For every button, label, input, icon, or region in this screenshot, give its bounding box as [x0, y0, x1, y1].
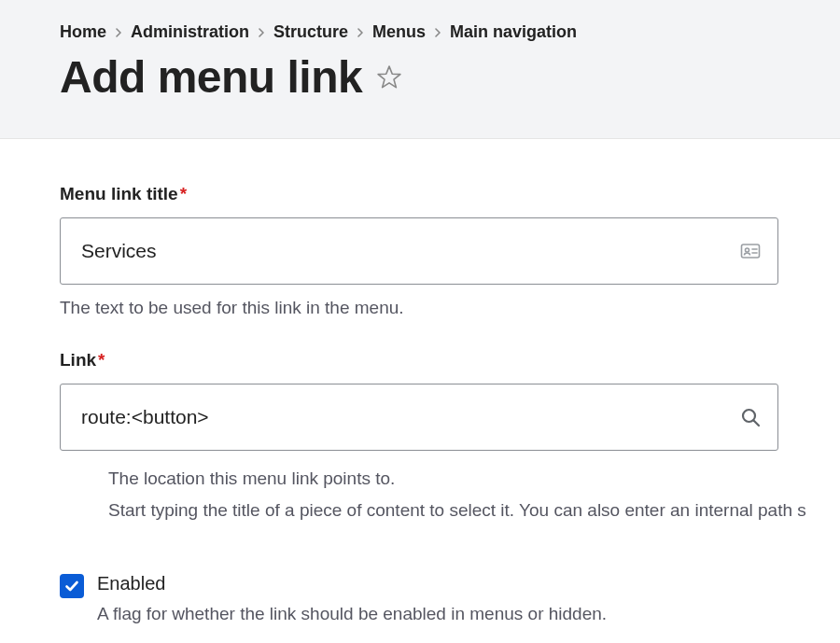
svg-point-1 — [746, 248, 749, 252]
page-title: Add menu link — [60, 51, 362, 103]
form-region: Menu link title* The text to be used for… — [0, 139, 840, 624]
required-marker: * — [180, 184, 187, 203]
menu-link-title-label: Menu link title* — [60, 184, 840, 204]
svg-rect-0 — [742, 245, 760, 258]
link-input-wrap — [60, 384, 778, 451]
link-description-item: The location this menu link points to. — [108, 466, 840, 492]
form-item-enabled: Enabled A flag for whether the link shou… — [60, 573, 840, 624]
breadcrumb-item-menus[interactable]: Menus — [372, 22, 426, 42]
breadcrumb-item-structure[interactable]: Structure — [273, 22, 348, 42]
menu-link-title-description: The text to be used for this link in the… — [60, 298, 840, 318]
page-title-row: Add menu link — [60, 51, 840, 103]
enabled-checkbox[interactable] — [60, 574, 84, 598]
chevron-right-icon — [433, 28, 442, 37]
chevron-right-icon — [257, 28, 266, 37]
link-label: Link* — [60, 350, 840, 370]
menu-link-title-input[interactable] — [60, 217, 778, 285]
enabled-text: Enabled A flag for whether the link shou… — [97, 573, 607, 624]
enabled-description: A flag for whether the link should be en… — [97, 604, 607, 624]
breadcrumb-item-main-navigation[interactable]: Main navigation — [450, 22, 577, 42]
star-icon[interactable] — [375, 63, 403, 91]
label-text: Menu link title — [60, 184, 178, 203]
link-description-item: Start typing the title of a piece of con… — [108, 497, 840, 524]
label-text: Link — [60, 350, 96, 370]
breadcrumb-item-administration[interactable]: Administration — [131, 22, 249, 42]
breadcrumb-item-home[interactable]: Home — [60, 22, 106, 42]
link-input[interactable] — [60, 384, 778, 451]
id-card-icon — [739, 240, 762, 262]
form-item-link: Link* The location this menu link points… — [60, 350, 840, 523]
form-item-menu-link-title: Menu link title* The text to be used for… — [60, 184, 840, 318]
header-region: Home Administration Structure Menus Main… — [0, 0, 840, 139]
chevron-right-icon — [356, 28, 365, 37]
svg-line-5 — [754, 421, 760, 426]
enabled-label[interactable]: Enabled — [97, 573, 607, 594]
breadcrumb: Home Administration Structure Menus Main… — [60, 22, 840, 42]
link-description-list: The location this menu link points to. S… — [60, 466, 840, 523]
required-marker: * — [98, 350, 105, 370]
menu-link-title-input-wrap — [60, 217, 778, 285]
chevron-right-icon — [114, 28, 123, 37]
search-icon — [739, 406, 762, 428]
